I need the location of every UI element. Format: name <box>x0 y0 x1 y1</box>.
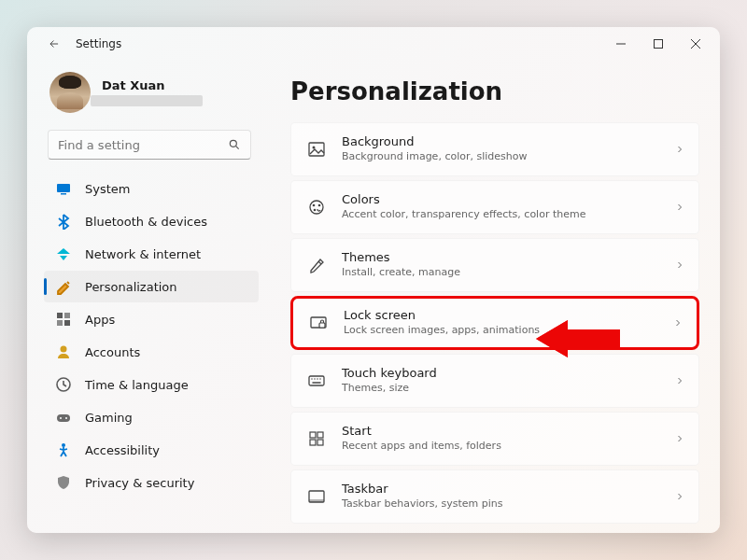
card-subtitle: Lock screen images, apps, animations <box>344 324 672 337</box>
maximize-button[interactable] <box>640 30 677 58</box>
svg-rect-9 <box>64 313 70 318</box>
card-title: Background <box>342 134 674 150</box>
card-title: Start <box>342 424 674 440</box>
card-subtitle: Install, create, manage <box>342 266 674 279</box>
sidebar-item-apps[interactable]: Apps <box>44 303 259 335</box>
svg-point-19 <box>313 147 316 149</box>
keyboard-icon <box>306 371 327 391</box>
minimize-button[interactable] <box>602 30 640 58</box>
svg-rect-7 <box>61 193 66 195</box>
svg-rect-6 <box>57 184 70 192</box>
sidebar-item-accessibility[interactable]: Accessibility <box>44 434 259 466</box>
window-buttons <box>602 30 714 58</box>
sidebar-item-gaming[interactable]: Gaming <box>44 401 259 433</box>
svg-point-12 <box>61 346 67 353</box>
titlebar: Settings <box>27 27 720 61</box>
card-subtitle: Themes, size <box>342 382 674 395</box>
svg-line-5 <box>235 146 238 148</box>
chevron-right-icon <box>674 430 685 448</box>
svg-rect-25 <box>319 323 325 328</box>
close-icon <box>691 39 700 49</box>
sidebar-item-time[interactable]: Time & language <box>44 369 259 400</box>
close-button[interactable] <box>677 30 714 58</box>
card-subtitle: Taskbar behaviors, system pins <box>342 497 674 511</box>
card-subtitle: Recent apps and items, folders <box>342 440 674 453</box>
svg-rect-1 <box>655 40 663 49</box>
card-subtitle: Background image, color, slideshow <box>342 150 674 163</box>
settings-card-background[interactable]: BackgroundBackground image, color, slide… <box>290 122 699 176</box>
main-pane: Personalization BackgroundBackground ima… <box>266 61 720 533</box>
sidebar-item-label: Time & language <box>85 378 189 392</box>
chevron-right-icon <box>674 141 685 159</box>
settings-card-colors[interactable]: ColorsAccent color, transparency effects… <box>290 180 699 234</box>
accounts-icon <box>55 343 72 360</box>
svg-rect-33 <box>317 432 323 438</box>
sidebar: Dat Xuan SystemBluetooth & devicesNetwor… <box>27 61 266 533</box>
chevron-right-icon <box>674 488 685 506</box>
svg-rect-32 <box>310 432 316 438</box>
svg-point-22 <box>318 204 321 207</box>
personalization-icon <box>55 278 72 295</box>
sidebar-item-label: Apps <box>85 313 115 327</box>
apps-icon <box>55 311 72 328</box>
settings-card-keyboard[interactable]: Touch keyboardThemes, size <box>290 354 699 408</box>
svg-rect-14 <box>57 414 70 422</box>
chevron-right-icon <box>674 199 685 217</box>
chevron-right-icon <box>672 315 684 332</box>
svg-point-20 <box>310 201 323 214</box>
avatar <box>49 72 91 113</box>
profile-email-redacted <box>91 95 203 106</box>
settings-card-lockscreen[interactable]: Lock screenLock screen images, apps, ani… <box>290 296 699 350</box>
svg-rect-35 <box>317 440 323 445</box>
sidebar-item-personalization[interactable]: Personalization <box>44 271 259 302</box>
sidebar-item-label: Privacy & security <box>85 476 194 490</box>
svg-rect-18 <box>309 143 324 156</box>
card-title: Colors <box>342 192 674 208</box>
search-box[interactable] <box>48 130 251 160</box>
card-subtitle: Accent color, transparency effects, colo… <box>342 208 674 221</box>
sidebar-item-network[interactable]: Network & internet <box>44 238 259 270</box>
settings-card-start[interactable]: StartRecent apps and items, folders <box>290 412 699 466</box>
start-icon <box>306 428 327 449</box>
settings-card-list: BackgroundBackground image, color, slide… <box>290 122 699 524</box>
network-icon <box>55 245 72 262</box>
profile-name: Dat Xuan <box>102 78 203 93</box>
svg-point-4 <box>230 140 236 147</box>
accessibility-icon <box>55 441 72 458</box>
back-button[interactable] <box>40 30 68 58</box>
themes-icon <box>306 255 327 275</box>
sidebar-item-system[interactable]: System <box>44 173 259 204</box>
svg-rect-37 <box>309 499 324 502</box>
page-title: Personalization <box>290 77 699 105</box>
nav-list: SystemBluetooth & devicesNetwork & inter… <box>44 173 259 533</box>
sidebar-item-label: System <box>85 182 130 196</box>
settings-card-taskbar[interactable]: TaskbarTaskbar behaviors, system pins <box>290 469 699 524</box>
lockscreen-icon <box>308 313 329 333</box>
sidebar-item-privacy[interactable]: Privacy & security <box>44 467 259 498</box>
card-title: Taskbar <box>342 482 674 497</box>
privacy-icon <box>55 474 72 491</box>
window-title: Settings <box>76 37 121 50</box>
profile-block[interactable]: Dat Xuan <box>44 72 259 113</box>
bluetooth-icon <box>55 213 72 230</box>
svg-rect-10 <box>57 320 63 326</box>
sidebar-item-label: Gaming <box>85 411 133 425</box>
sidebar-item-accounts[interactable]: Accounts <box>44 336 259 368</box>
sidebar-item-bluetooth[interactable]: Bluetooth & devices <box>44 205 259 237</box>
svg-point-15 <box>60 417 62 419</box>
sidebar-item-label: Personalization <box>85 280 177 294</box>
svg-rect-8 <box>57 313 63 318</box>
taskbar-icon <box>306 486 327 507</box>
svg-point-17 <box>62 443 65 447</box>
svg-rect-11 <box>64 320 70 326</box>
svg-point-23 <box>314 209 317 212</box>
svg-rect-34 <box>310 440 316 445</box>
card-title: Touch keyboard <box>342 366 674 382</box>
colors-icon <box>306 197 327 217</box>
chevron-right-icon <box>674 372 685 390</box>
settings-card-themes[interactable]: ThemesInstall, create, manage <box>290 238 699 292</box>
search-input[interactable] <box>58 138 228 152</box>
svg-point-16 <box>65 417 67 419</box>
card-title: Themes <box>342 250 674 266</box>
arrow-left-icon <box>48 37 61 50</box>
